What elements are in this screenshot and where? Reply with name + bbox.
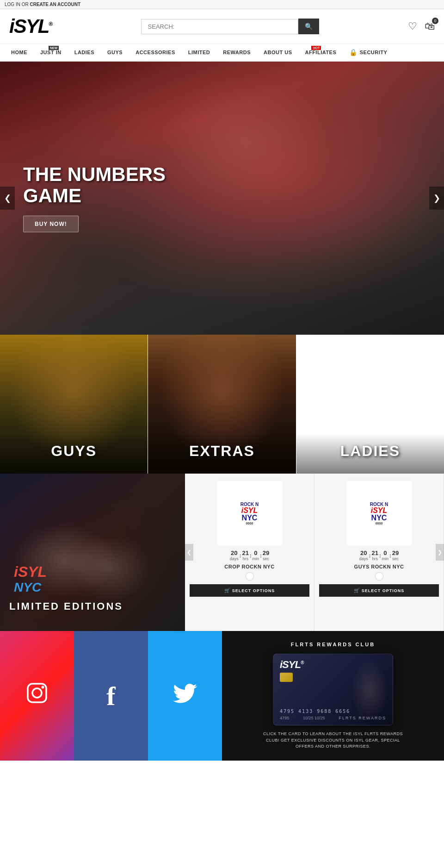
hero-title: THE NUMBERS GAME (23, 164, 166, 206)
lock-icon: 🔒 (349, 49, 358, 56)
hot-badge: HOT (311, 46, 321, 50)
limited-promo-image[interactable]: iSYL NYC LIMITED EDITIONS (0, 474, 185, 631)
nav-item-accessories[interactable]: ACCESSORIES (129, 45, 182, 60)
rewards-section: FLRTS REWARDS CLUB iSYL® 4795 4133 9688 … (222, 631, 444, 761)
search-input[interactable] (141, 19, 298, 34)
chevron-left-icon: ❮ (4, 193, 11, 203)
nav-item-rewards[interactable]: REWARDS (216, 45, 257, 60)
nav-item-home[interactable]: HOME (5, 45, 34, 60)
product-name-2: GUYS ROCKN NYC (354, 564, 404, 569)
top-bar: LOG IN OR CREATE AN ACCOUNT (0, 0, 444, 9)
hero-content: THE NUMBERS GAME BUY NOW! (23, 164, 166, 232)
rewards-title: FLRTS REWARDS CLUB (291, 642, 375, 647)
countdown-min-1: 0 min (253, 550, 259, 561)
countdown-hrs-2: 21 hrs (371, 550, 378, 561)
product-next-button[interactable]: ❯ (436, 544, 444, 561)
category-ladies[interactable]: LADIES (296, 335, 444, 474)
countdown-days-1: 20 days (230, 550, 239, 561)
countdown-min-2: 0 min (382, 550, 389, 561)
product-image-2: ROCK N iSYL NYC 0000 (347, 481, 412, 546)
heart-icon: ♡ (408, 20, 417, 32)
chevron-right-icon: ❯ (433, 193, 440, 203)
product-image-1: ROCK N iSYL NYC 0000 (217, 481, 282, 546)
cart-icon-small-1: 🛒 (224, 588, 230, 593)
category-extras[interactable]: EXTRAS (148, 335, 296, 474)
search-area: 🔍 (52, 19, 408, 34)
limited-section-label: LIMITED EDITIONS (9, 600, 123, 612)
limited-section: iSYL NYC LIMITED EDITIONS ❮ ROCK N iSYL … (0, 474, 444, 631)
wishlist-icon[interactable]: ♡ (408, 20, 417, 32)
create-account-link[interactable]: CREATE AN ACCOUNT (30, 2, 80, 7)
nav-item-affiliates[interactable]: AFFILIATES HOT (298, 45, 343, 60)
cart-count: 0 (432, 18, 438, 24)
rewards-description: CLICK THE CARD TO LEARN ABOUT THE ISYL F… (259, 731, 407, 750)
svg-point-2 (42, 686, 44, 689)
color-swatch-2[interactable] (375, 572, 383, 581)
card-bg-people (351, 659, 388, 720)
countdown-1: 20 days : 21 hrs : 0 min : 29 sec (230, 550, 269, 561)
hero-buy-button[interactable]: BUY NOW! (23, 216, 79, 232)
nav-item-security[interactable]: 🔒 SECURITY (343, 44, 394, 61)
nav-item-guys[interactable]: GUYS (101, 45, 129, 60)
product-prev-button[interactable]: ❮ (185, 544, 193, 561)
nav-item-just-in[interactable]: JUST IN NEW (34, 45, 68, 60)
login-link[interactable]: LOG IN (5, 2, 20, 7)
bottom-section: f FLRTS REWARDS CLUB iSYL® 4795 4133 968… (0, 631, 444, 761)
product-card-2: ROCK N iSYL NYC 0000 20 days : 21 hrs (314, 474, 444, 631)
search-icon: 🔍 (305, 23, 313, 30)
site-logo[interactable]: iSYL® (9, 15, 52, 37)
countdown-sec-2: 29 sec (392, 550, 399, 561)
category-guys-label: GUYS (0, 433, 148, 474)
countdown-hrs-1: 21 hrs (242, 550, 248, 561)
card-id: 4795 (280, 716, 289, 720)
countdown-days-2: 20 days (359, 550, 368, 561)
product-name-1: CROP ROCKN NYC (224, 564, 274, 569)
twitter-link[interactable] (148, 631, 222, 761)
product-card-1: ROCK N iSYL NYC 0000 20 days : 21 hrs (185, 474, 314, 631)
nav-item-about-us[interactable]: ABOUT US (257, 45, 298, 60)
category-grid: GUYS EXTRAS LADIES (0, 335, 444, 474)
instagram-icon (25, 681, 49, 711)
nav-item-limited[interactable]: LIMITED (182, 45, 217, 60)
chip-icon (280, 673, 293, 682)
svg-point-1 (32, 688, 42, 698)
main-nav: HOME JUST IN NEW LADIES GUYS ACCESSORIES… (0, 44, 444, 62)
twitter-icon (173, 682, 197, 710)
search-button[interactable]: 🔍 (298, 19, 319, 34)
header: iSYL® 🔍 ♡ 🛍 0 (0, 9, 444, 44)
category-ladies-label: LADIES (296, 433, 444, 474)
limited-shirt-logo: iSYL (14, 563, 47, 580)
new-badge: NEW (49, 46, 59, 50)
category-extras-label: EXTRAS (148, 433, 296, 474)
select-options-button-2[interactable]: 🛒 SELECT OPTIONS (319, 584, 439, 597)
hero-prev-button[interactable]: ❮ (0, 187, 15, 210)
or-separator: OR (22, 2, 29, 7)
shirt-tee-1: ROCK N iSYL NYC 0000 (222, 488, 278, 539)
countdown-sec-1: 29 sec (263, 550, 269, 561)
color-swatch-1[interactable] (246, 572, 254, 581)
select-options-button-1[interactable]: 🛒 SELECT OPTIONS (190, 584, 309, 597)
cart-icon[interactable]: 🛍 0 (425, 20, 435, 32)
nav-item-ladies[interactable]: LADIES (68, 45, 101, 60)
card-dates: 10/25 10/25 (303, 716, 325, 720)
category-guys[interactable]: GUYS (0, 335, 148, 474)
cart-icon-small-2: 🛒 (354, 588, 360, 593)
shirt-long-2: ROCK N iSYL NYC 0000 (349, 487, 409, 540)
facebook-icon: f (106, 681, 115, 712)
countdown-2: 20 days : 21 hrs : 0 min : 29 sec (359, 550, 399, 561)
limited-products: ❮ ROCK N iSYL NYC 0000 20 days : (185, 474, 444, 631)
instagram-link[interactable] (0, 631, 74, 761)
rewards-card[interactable]: iSYL® 4795 4133 9688 6656 4795 10/25 10/… (273, 654, 393, 725)
header-icons: ♡ 🛍 0 (408, 20, 435, 32)
rewards-card-logo: iSYL® (280, 659, 303, 671)
facebook-link[interactable]: f (74, 631, 148, 761)
hero-banner: THE NUMBERS GAME BUY NOW! ❮ ❯ (0, 62, 444, 335)
hero-next-button[interactable]: ❯ (429, 187, 444, 210)
